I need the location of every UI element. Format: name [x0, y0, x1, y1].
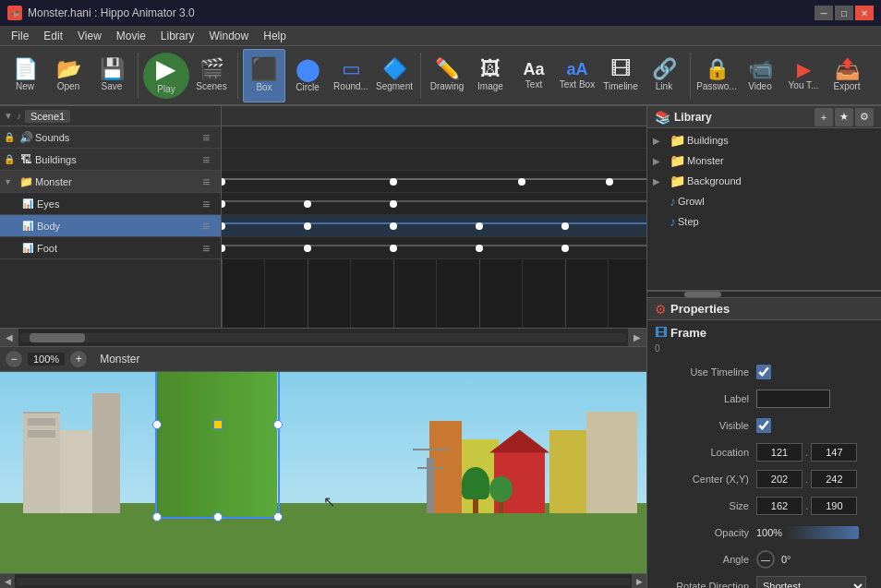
buildings-icon: 🏗	[17, 150, 35, 169]
lib-item-buildings[interactable]: ▶ 📁 Buildings	[649, 130, 879, 150]
round-button[interactable]: ▭ Round...	[330, 49, 372, 102]
lock-buildings-icon: 🔒	[4, 154, 15, 164]
eyes-kf-10[interactable]	[304, 200, 311, 208]
minimize-button[interactable]: ─	[815, 6, 833, 20]
layer-sounds[interactable]: 🔒 🔊 Sounds ≡	[0, 126, 221, 149]
visible-checkbox[interactable]	[756, 418, 771, 433]
preview-scroll-track[interactable]	[17, 578, 630, 585]
close-button[interactable]: ✕	[855, 6, 874, 20]
lib-item-background[interactable]: ▶ 📁 Background	[649, 171, 879, 191]
preview-scroll-right[interactable]: ▶	[632, 574, 646, 589]
open-button[interactable]: 📂 Open	[47, 49, 90, 102]
location-y-input[interactable]	[811, 443, 857, 462]
layer-eyes[interactable]: 📊 Eyes ≡	[0, 193, 221, 215]
preview-scroll-left[interactable]: ◀	[0, 574, 15, 589]
timeline-button[interactable]: 🎞 Timeline	[599, 49, 642, 102]
segment-button[interactable]: 🔷 Segment	[373, 49, 416, 102]
timeline-scroll-right[interactable]: ▶	[628, 329, 646, 347]
monster-more[interactable]: ≡	[200, 174, 217, 189]
export-button[interactable]: 📤 Export	[826, 49, 868, 102]
label-input[interactable]	[756, 390, 830, 408]
size-h-input[interactable]	[811, 497, 857, 515]
lib-item-monster[interactable]: ▶ 📁 Monster	[649, 150, 879, 171]
menu-movie[interactable]: Movie	[109, 28, 153, 44]
library-star-button[interactable]: ★	[835, 108, 853, 126]
play-button[interactable]: ▶ Play	[143, 53, 189, 99]
foot-kf-30[interactable]	[476, 245, 483, 252]
expand-buildings-icon[interactable]: ▶	[653, 136, 668, 146]
eyes-more[interactable]: ≡	[200, 197, 217, 211]
menu-library[interactable]: Library	[153, 28, 202, 44]
expand-monster-icon[interactable]: ▶	[653, 156, 668, 166]
opacity-slider[interactable]	[785, 526, 859, 539]
video-button[interactable]: 📹 Video	[739, 49, 781, 102]
menu-help[interactable]: Help	[256, 28, 294, 44]
expand-background-icon[interactable]: ▶	[653, 176, 668, 186]
password-button[interactable]: 🔒 Passwo...	[695, 49, 738, 102]
text-button[interactable]: Aa Text	[513, 49, 555, 102]
layer-buildings[interactable]: 🔒 🏗 Buildings ≡	[0, 149, 221, 171]
foot-more[interactable]: ≡	[200, 241, 217, 256]
link-button[interactable]: 🔗 Link	[643, 49, 685, 102]
foot-kf-10[interactable]	[304, 245, 311, 252]
center-x-input[interactable]	[756, 470, 803, 488]
rotate-direction-select[interactable]: Shortest Clockwise Counter-Clockwise	[756, 576, 866, 588]
menu-view[interactable]: View	[70, 28, 109, 44]
menu-window[interactable]: Window	[202, 28, 257, 44]
monster-kf-20[interactable]	[390, 178, 397, 186]
size-w-input[interactable]	[756, 497, 803, 515]
timeline-scroll-thumb[interactable]	[30, 333, 85, 342]
layer-body[interactable]: 📊 Body ≡	[0, 215, 221, 237]
textbox-button[interactable]: aA Text Box	[556, 49, 598, 102]
use-timeline-checkbox[interactable]	[756, 365, 771, 379]
save-button[interactable]: 💾 Save	[91, 49, 133, 102]
sounds-more[interactable]: ≡	[200, 130, 217, 145]
monster-expand-icon: ▼	[4, 177, 17, 186]
maximize-button[interactable]: □	[835, 6, 853, 20]
buildings-more[interactable]: ≡	[200, 152, 217, 167]
foot-kf-40[interactable]	[561, 245, 569, 252]
library-add-button[interactable]: +	[815, 108, 833, 126]
eyes-kf-20[interactable]	[390, 200, 397, 208]
layer-foot[interactable]: 📊 Foot ≡	[0, 237, 221, 259]
zoom-out-button[interactable]: −	[6, 351, 22, 367]
body-kf-40[interactable]	[561, 222, 569, 230]
monster-kf-45[interactable]	[606, 178, 613, 186]
menu-edit[interactable]: Edit	[36, 28, 70, 44]
body-kf-30[interactable]	[476, 222, 483, 230]
body-kf-0[interactable]	[222, 222, 225, 230]
circle-button[interactable]: ⬤ Circle	[286, 49, 329, 102]
toolbar-extra-group: 🔒 Passwo... 📹 Video ▶ You T... 📤 Export	[695, 49, 868, 102]
right-scroll-track[interactable]	[647, 292, 881, 297]
timeline-scroll-track[interactable]	[20, 333, 626, 342]
angle-degrees: 0°	[781, 554, 791, 565]
monster-kf-35[interactable]	[518, 178, 525, 186]
body-kf-20[interactable]	[390, 222, 397, 230]
body-name: Body	[37, 221, 200, 232]
body-more[interactable]: ≡	[200, 219, 217, 234]
right-scroll-thumb[interactable]	[684, 292, 721, 297]
scenes-button[interactable]: 🎬 Scenes	[190, 49, 233, 102]
center-y-input[interactable]	[811, 470, 857, 488]
image-button[interactable]: 🖼 Image	[469, 49, 512, 102]
menu-file[interactable]: File	[4, 28, 36, 44]
box-button[interactable]: ⬛ Box	[243, 49, 285, 102]
youtube-button[interactable]: ▶ You T...	[782, 49, 825, 102]
foot-kf-20[interactable]	[390, 245, 397, 252]
new-button[interactable]: 📄 New	[4, 49, 46, 102]
library-gear-button[interactable]: ⚙	[855, 108, 874, 126]
video-label: Video	[748, 81, 771, 91]
location-x-input[interactable]	[756, 443, 803, 462]
drawing-button[interactable]: ✏️ Drawing	[426, 49, 468, 102]
layers-area: 🔒 🔊 Sounds ≡ 🔒 🏗 Buildings ≡ ▼ 📁 Monster	[0, 126, 646, 328]
eyes-kf-0[interactable]	[222, 200, 225, 208]
layer-monster[interactable]: ▼ 📁 Monster ≡	[0, 171, 221, 193]
zoom-in-button[interactable]: +	[70, 351, 87, 367]
body-kf-10[interactable]	[304, 222, 311, 230]
lib-item-growl[interactable]: ♪ Growl	[649, 191, 879, 211]
foot-kf-0[interactable]	[222, 245, 225, 252]
lib-item-step[interactable]: ♪ Step	[649, 211, 879, 232]
timeline-scroll-left[interactable]: ◀	[0, 329, 18, 347]
monster-kf-0[interactable]	[222, 178, 225, 186]
angle-dial[interactable]: —	[756, 550, 775, 569]
